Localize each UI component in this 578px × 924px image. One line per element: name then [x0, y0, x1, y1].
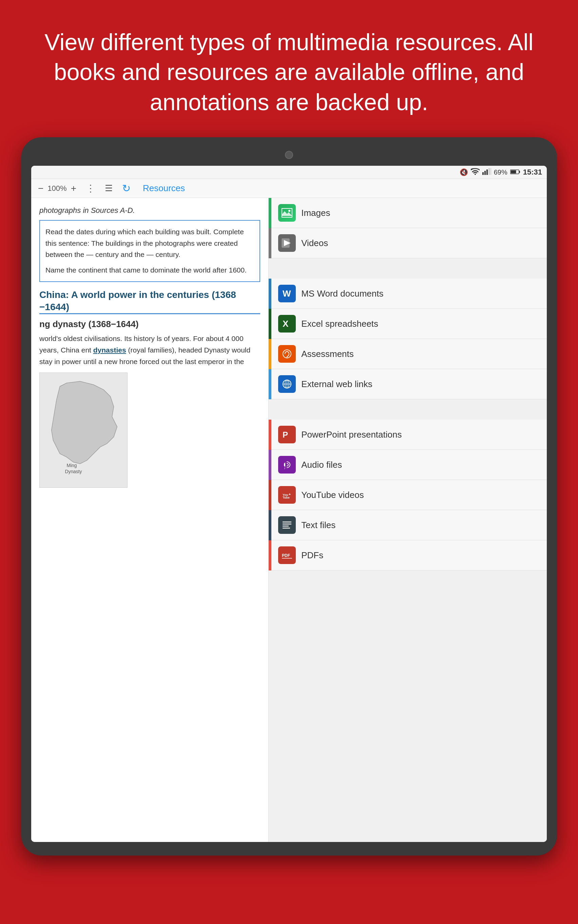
audio-icon: ♪	[278, 456, 296, 474]
spacer-1	[269, 258, 547, 278]
youtube-icon: YouTube	[278, 486, 296, 504]
resources-label[interactable]: Resources	[143, 183, 185, 194]
svg-text:♪: ♪	[284, 466, 286, 470]
images-accent	[269, 198, 271, 228]
blue-box-line-2: Name the continent that came to dominate…	[45, 264, 254, 276]
resource-item-weblinks[interactable]: External web links	[269, 369, 547, 399]
map-image: Ming Dynasty	[39, 372, 128, 488]
refresh-icon[interactable]: ↻	[122, 182, 131, 194]
audio-accent	[269, 450, 271, 480]
resource-item-audio[interactable]: ♪ Audio files	[269, 450, 547, 480]
resource-item-word[interactable]: W MS Word documents	[269, 278, 547, 309]
svg-text:Ming: Ming	[67, 463, 77, 468]
svg-rect-4	[490, 168, 491, 175]
svg-text:X: X	[283, 319, 289, 329]
svg-rect-11	[281, 207, 293, 218]
zoom-level: 100%	[47, 184, 67, 193]
ppt-label: PowerPoint presentations	[301, 429, 402, 440]
weblinks-label: External web links	[301, 379, 372, 390]
resource-item-images[interactable]: Images	[269, 198, 547, 228]
resource-item-pdf[interactable]: PDF PDFs	[269, 540, 547, 570]
svg-text:Dynasty: Dynasty	[65, 469, 82, 474]
images-icon	[278, 204, 296, 222]
pdf-label: PDFs	[301, 550, 323, 561]
pdf-accent	[269, 540, 271, 570]
section-title: ng dynasty (1368−1644)	[39, 319, 260, 330]
chapter-title: China: A world power in the centuries (1…	[39, 289, 260, 314]
resource-item-text[interactable]: Text files	[269, 510, 547, 540]
time-display: 15:31	[523, 168, 542, 176]
assessments-accent	[269, 339, 271, 369]
svg-rect-1	[484, 171, 486, 175]
wifi-icon	[471, 168, 480, 176]
svg-rect-6	[519, 171, 520, 173]
youtube-label: YouTube videos	[301, 490, 364, 500]
word-icon: W	[278, 285, 296, 303]
svg-rect-30	[281, 459, 293, 471]
text-accent	[269, 510, 271, 540]
dynasties-link[interactable]: dynasties	[93, 346, 126, 354]
svg-rect-2	[486, 170, 488, 175]
status-bar: 🔇 69% 15:31	[31, 166, 547, 179]
intro-text: photographs in Sources A-D.	[39, 205, 260, 216]
spacer-2	[269, 399, 547, 420]
resource-item-youtube[interactable]: YouTube YouTube videos	[269, 480, 547, 510]
assessments-label: Assessments	[301, 349, 354, 359]
ppt-icon: P	[278, 426, 296, 443]
header-text: View different types of multimedia resou…	[0, 0, 578, 137]
svg-rect-36	[281, 519, 293, 531]
svg-rect-3	[489, 168, 490, 175]
content-area: photographs in Sources A-D. Read the dat…	[31, 198, 547, 842]
excel-icon: X	[278, 315, 296, 333]
resource-item-assessments[interactable]: Assessments	[269, 339, 547, 369]
blue-box-line-1: Read the dates during which each buildin…	[45, 226, 254, 261]
weblinks-icon	[278, 375, 296, 393]
excel-label: Excel spreadsheets	[301, 319, 378, 329]
signal-icon	[482, 168, 491, 176]
mute-icon: 🔇	[459, 168, 468, 176]
zoom-minus-icon[interactable]: −	[38, 183, 44, 194]
svg-text:Tube: Tube	[283, 496, 290, 499]
battery-icon	[510, 168, 520, 176]
weblinks-accent	[269, 369, 271, 399]
svg-text:P: P	[283, 430, 288, 439]
text-label: Text files	[301, 520, 336, 531]
videos-accent	[269, 228, 271, 258]
tablet-screen: 🔇 69% 15:31 −	[31, 166, 547, 842]
images-label: Images	[301, 208, 330, 218]
book-content: photographs in Sources A-D. Read the dat…	[31, 198, 268, 842]
blue-box: Read the dates during which each buildin…	[39, 220, 260, 282]
tablet-frame: 🔇 69% 15:31 −	[21, 137, 557, 856]
svg-point-12	[288, 210, 291, 212]
assessments-icon	[278, 345, 296, 362]
zoom-plus-icon[interactable]: +	[71, 183, 76, 194]
excel-accent	[269, 309, 271, 339]
pdf-icon: PDF	[278, 546, 296, 564]
word-accent	[269, 278, 271, 309]
resource-item-ppt[interactable]: P PowerPoint presentations	[269, 420, 547, 450]
ppt-accent	[269, 420, 271, 450]
svg-text:W: W	[283, 288, 291, 299]
svg-rect-0	[482, 172, 484, 175]
videos-label: Videos	[301, 238, 328, 248]
text-icon	[278, 516, 296, 534]
menu-icon[interactable]: ☰	[105, 183, 113, 194]
body-text: world's oldest civilisations. Its histor…	[39, 333, 260, 367]
word-label: MS Word documents	[301, 288, 383, 299]
svg-text:PDF: PDF	[282, 553, 290, 558]
tablet-camera	[285, 151, 293, 159]
battery-text: 69%	[494, 168, 507, 176]
toolbar: − 100% + ⋮ ☰ ↻ Resources	[31, 179, 547, 198]
status-icons: 🔇 69% 15:31	[459, 168, 542, 176]
youtube-accent	[269, 480, 271, 510]
svg-point-22	[287, 357, 287, 358]
resources-panel: Images Videos	[268, 198, 547, 842]
svg-rect-7	[510, 170, 516, 173]
audio-label: Audio files	[301, 460, 342, 470]
toolbar-zoom: − 100% +	[38, 183, 76, 194]
videos-icon	[278, 234, 296, 252]
resource-item-excel[interactable]: X Excel spreadsheets	[269, 309, 547, 339]
tablet-container: 🔇 69% 15:31 −	[0, 137, 578, 883]
resource-item-videos[interactable]: Videos	[269, 228, 547, 258]
more-options-icon[interactable]: ⋮	[86, 183, 95, 194]
